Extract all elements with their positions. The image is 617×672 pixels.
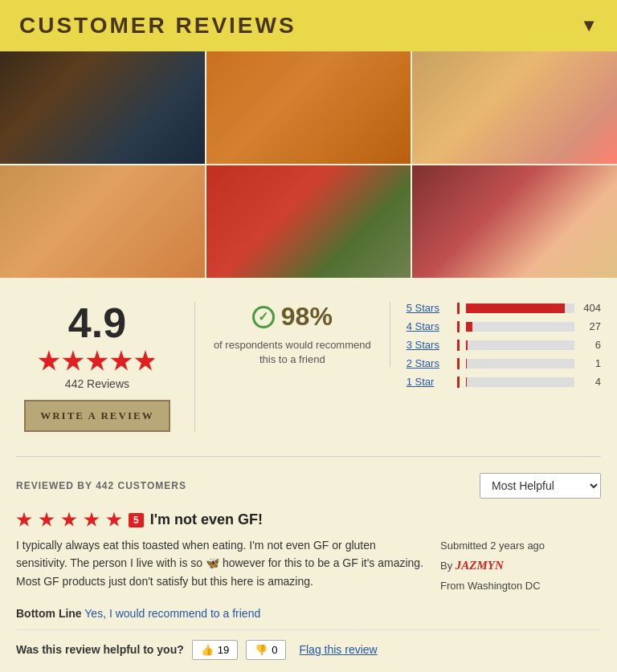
star-bar-5 bbox=[466, 303, 574, 313]
helpful-question: Was this review helpful to you? bbox=[16, 643, 184, 656]
star-3 bbox=[86, 350, 108, 373]
page-header: CUSTOMER REVIEWS ▼ bbox=[0, 0, 617, 51]
photo-6[interactable] bbox=[412, 165, 617, 278]
page-title: CUSTOMER REVIEWS bbox=[19, 13, 296, 39]
reviewed-by-label: REVIEWED BY 442 CUSTOMERS bbox=[16, 480, 186, 491]
star-5 bbox=[134, 350, 157, 373]
reviewer-name: JAZMYN bbox=[456, 559, 504, 572]
star-row-1: 1 Star 4 bbox=[407, 376, 601, 388]
review-count: 442 Reviews bbox=[65, 377, 129, 390]
collapse-chevron-icon[interactable]: ▼ bbox=[580, 15, 598, 36]
star-bar-4 bbox=[466, 322, 574, 332]
submitted-label: Submitted 2 years ago bbox=[440, 536, 601, 555]
from-label: From bbox=[440, 580, 464, 592]
star-label-5[interactable]: 5 Stars bbox=[407, 302, 451, 314]
reviews-header: REVIEWED BY 442 CUSTOMERS Most Helpful M… bbox=[0, 457, 617, 511]
bottom-line-label: Bottom Line bbox=[16, 607, 82, 620]
write-review-button[interactable]: WRITE A REVIEW bbox=[24, 400, 170, 432]
recommend-description: of respondents would recommend this to a… bbox=[211, 338, 374, 367]
star-label-2[interactable]: 2 Stars bbox=[407, 357, 451, 369]
star-bar-3 bbox=[466, 340, 574, 350]
rating-section: 4.9 442 Reviews WRITE A REVIEW ✓ 98% of … bbox=[0, 278, 617, 456]
thumbs-down-button[interactable]: 👎 0 bbox=[246, 640, 286, 660]
photo-5[interactable] bbox=[206, 165, 411, 278]
sort-select[interactable]: Most Helpful Most Recent Highest Rated L… bbox=[480, 473, 601, 499]
review-meta: Submitted 2 years ago By JAZMYN From Was… bbox=[440, 536, 601, 596]
star-bar-divider-3 bbox=[457, 340, 460, 351]
thumbs-down-count: 0 bbox=[272, 644, 277, 656]
star-row-4: 4 Stars 27 bbox=[407, 320, 601, 332]
flag-review-link[interactable]: Flag this review bbox=[299, 643, 377, 656]
star-1 bbox=[38, 350, 60, 373]
star-label-1[interactable]: 1 Star bbox=[407, 376, 451, 388]
star-count-1: 4 bbox=[581, 376, 601, 388]
photo-2[interactable] bbox=[206, 51, 411, 164]
bottom-line: Bottom Line Yes, I would recommend to a … bbox=[16, 607, 601, 630]
photo-grid bbox=[0, 51, 617, 278]
review-body: I typically always eat this toasted when… bbox=[16, 536, 424, 596]
photo-3[interactable] bbox=[412, 51, 617, 164]
thumbs-up-button[interactable]: 👍 19 bbox=[192, 640, 238, 660]
helpful-row: Was this review helpful to you? 👍 19 👎 0… bbox=[16, 640, 601, 660]
review-card: 5 I'm not even GF! I typically always ea… bbox=[0, 511, 617, 672]
bottom-line-value: Yes, I would recommend to a friend bbox=[84, 607, 260, 620]
star-count-4: 27 bbox=[581, 320, 601, 332]
star-bar-2 bbox=[466, 359, 574, 369]
star-bar-divider-4 bbox=[457, 321, 460, 332]
rating-middle: ✓ 98% of respondents would recommend thi… bbox=[195, 302, 390, 367]
review-star-5 bbox=[106, 512, 122, 528]
star-label-3[interactable]: 3 Stars bbox=[407, 339, 451, 351]
star-row-2: 2 Stars 1 bbox=[407, 357, 601, 369]
star-2 bbox=[62, 350, 84, 373]
thumbs-up-count: 19 bbox=[218, 644, 229, 656]
review-star-badge: 5 bbox=[129, 513, 144, 527]
star-count-5: 404 bbox=[581, 302, 601, 314]
review-star-2 bbox=[39, 512, 55, 528]
photo-1[interactable] bbox=[0, 51, 205, 164]
star-row-5: 5 Stars 404 bbox=[407, 302, 601, 314]
check-circle-icon: ✓ bbox=[252, 306, 275, 328]
review-content: I typically always eat this toasted when… bbox=[16, 536, 601, 596]
star-4 bbox=[110, 350, 133, 373]
thumbs-up-icon: 👍 bbox=[201, 644, 214, 656]
star-count-3: 6 bbox=[581, 339, 601, 351]
star-bar-divider-1 bbox=[457, 377, 460, 388]
star-bar-1 bbox=[466, 377, 574, 387]
thumbs-down-icon: 👎 bbox=[255, 644, 268, 656]
reviewer-city: Washington DC bbox=[468, 580, 541, 592]
star-bar-divider-2 bbox=[457, 358, 460, 369]
star-count-2: 1 bbox=[581, 357, 601, 369]
photo-4[interactable] bbox=[0, 165, 205, 278]
recommend-row: ✓ 98% bbox=[252, 302, 333, 332]
review-star-4 bbox=[84, 512, 100, 528]
rating-right: 5 Stars 404 4 Stars 27 3 Stars 6 2 Stars bbox=[390, 302, 601, 394]
reviewer-location: From Washington DC bbox=[440, 576, 601, 595]
rating-stars bbox=[38, 350, 157, 373]
reviewer-by: By JAZMYN bbox=[440, 555, 601, 576]
review-stars-row: 5 I'm not even GF! bbox=[16, 511, 601, 528]
star-row-3: 3 Stars 6 bbox=[407, 339, 601, 351]
review-star-3 bbox=[61, 512, 77, 528]
star-bar-divider-5 bbox=[457, 303, 460, 314]
review-star-1 bbox=[16, 512, 32, 528]
recommend-percentage: 98% bbox=[281, 302, 333, 332]
star-label-4[interactable]: 4 Stars bbox=[407, 320, 451, 332]
review-title: I'm not even GF! bbox=[150, 511, 263, 528]
rating-score: 4.9 bbox=[68, 302, 126, 344]
rating-left: 4.9 442 Reviews WRITE A REVIEW bbox=[16, 302, 195, 432]
